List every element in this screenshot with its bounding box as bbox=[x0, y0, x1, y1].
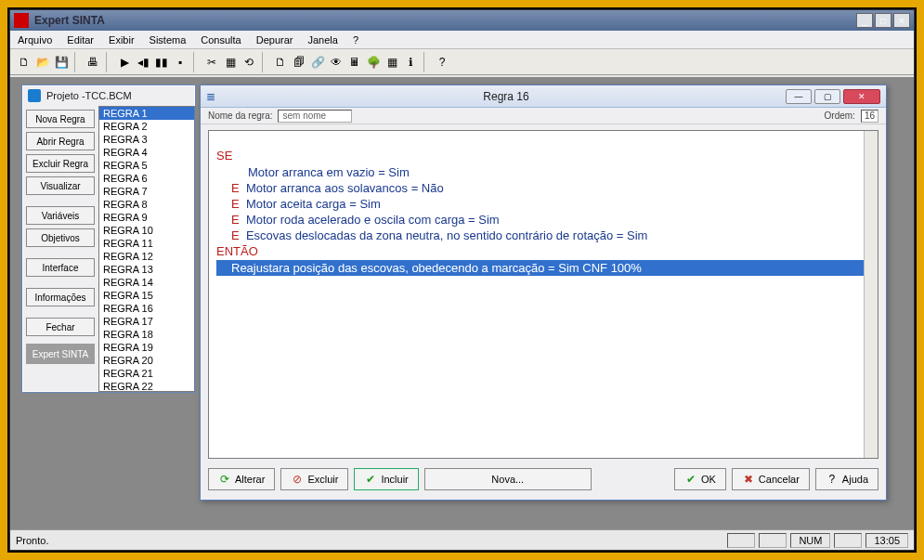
doc2-icon[interactable]: 🗐 bbox=[291, 54, 307, 71]
rule-window-title: Regra 16 bbox=[227, 90, 786, 103]
rule-list-item[interactable]: REGRA 20 bbox=[99, 354, 194, 367]
objetivos-button[interactable]: Objetivos bbox=[26, 228, 95, 247]
menu-help[interactable]: ? bbox=[353, 34, 358, 46]
rule-list-item[interactable]: REGRA 11 bbox=[99, 237, 194, 250]
menu-arquivo[interactable]: Arquivo bbox=[18, 34, 52, 46]
maximize-button[interactable]: □ bbox=[875, 13, 891, 28]
pause-icon[interactable]: ▮▮ bbox=[153, 54, 170, 71]
rule-name-input[interactable]: sem nome bbox=[278, 110, 352, 123]
cancelar-button[interactable]: ✖Cancelar bbox=[732, 468, 810, 490]
nova-button[interactable]: Nova... bbox=[424, 468, 592, 490]
rule-list-item[interactable]: REGRA 16 bbox=[99, 302, 194, 315]
rule-list-item[interactable]: REGRA 17 bbox=[99, 315, 194, 328]
tree-icon[interactable]: 🌳 bbox=[365, 54, 382, 71]
doc1-icon[interactable]: 🗋 bbox=[272, 54, 289, 71]
kw-se: SE bbox=[216, 149, 232, 163]
menu-depurar[interactable]: Depurar bbox=[256, 34, 293, 46]
eye-icon[interactable]: 👁 bbox=[328, 54, 345, 71]
tool2-icon[interactable]: ▦ bbox=[222, 54, 239, 71]
cond-4: Motor roda acelerado e oscila com carga … bbox=[246, 213, 500, 227]
open-icon[interactable]: 📂 bbox=[34, 54, 51, 71]
rule-list-item[interactable]: REGRA 19 bbox=[99, 341, 194, 354]
rule-list-item[interactable]: REGRA 4 bbox=[99, 146, 194, 159]
rule-list-item[interactable]: REGRA 22 bbox=[99, 380, 194, 392]
help-icon[interactable]: ? bbox=[434, 54, 450, 71]
rule-order-label: Ordem: bbox=[825, 111, 855, 121]
abrir-regra-button[interactable]: Abrir Regra bbox=[26, 132, 95, 150]
new-icon[interactable]: 🗋 bbox=[16, 54, 33, 71]
rule-minimize-button[interactable]: — bbox=[786, 89, 812, 104]
menu-janela[interactable]: Janela bbox=[307, 34, 337, 46]
rule-list-item[interactable]: REGRA 6 bbox=[99, 172, 194, 185]
menu-editar[interactable]: Editar bbox=[67, 34, 94, 46]
minimize-button[interactable]: _ bbox=[856, 13, 873, 28]
cond-1: Motor arranca em vazio = Sim bbox=[216, 164, 870, 180]
ok-button[interactable]: ✔OK bbox=[674, 468, 726, 490]
menu-consulta[interactable]: Consulta bbox=[201, 34, 241, 46]
variaveis-button[interactable]: Variáveis bbox=[26, 206, 95, 225]
rule-list[interactable]: REGRA 1REGRA 2REGRA 3REGRA 4REGRA 5REGRA… bbox=[98, 106, 195, 392]
kw-entao: ENTÃO bbox=[216, 244, 258, 258]
informacoes-button[interactable]: Informações bbox=[26, 288, 95, 306]
refresh-icon: ⟳ bbox=[218, 473, 231, 486]
cancel-icon: ✖ bbox=[742, 473, 755, 486]
rule-list-item[interactable]: REGRA 1 bbox=[99, 107, 194, 120]
help-small-icon: ? bbox=[826, 473, 839, 486]
link-icon[interactable]: 🔗 bbox=[309, 54, 326, 71]
rule-list-item[interactable]: REGRA 15 bbox=[99, 289, 194, 302]
rule-list-item[interactable]: REGRA 2 bbox=[99, 120, 194, 133]
status-time: 13:05 bbox=[865, 533, 908, 548]
rule-close-button[interactable]: ✕ bbox=[843, 89, 880, 104]
print-icon[interactable]: 🖶 bbox=[85, 54, 101, 71]
fechar-button[interactable]: Fechar bbox=[26, 318, 95, 336]
menu-exibir[interactable]: Exibir bbox=[109, 34, 135, 46]
rule-maximize-button[interactable]: ▢ bbox=[814, 89, 840, 104]
cond-3: Motor aceita carga = Sim bbox=[246, 197, 381, 211]
expert-sinta-button[interactable]: Expert SINTA bbox=[26, 344, 95, 364]
calc-icon[interactable]: 🖩 bbox=[346, 54, 363, 71]
excluir-regra-button[interactable]: Excluir Regra bbox=[26, 154, 95, 173]
rule-list-item[interactable]: REGRA 12 bbox=[99, 250, 194, 263]
rule-list-item[interactable]: REGRA 8 bbox=[99, 198, 194, 211]
info-icon[interactable]: ℹ bbox=[402, 54, 419, 71]
step-back-icon[interactable]: ◂▮ bbox=[135, 54, 151, 71]
main-window: Expert SINTA _ □ × Arquivo Editar Exibir… bbox=[9, 9, 915, 551]
rule-list-item[interactable]: REGRA 7 bbox=[99, 185, 194, 198]
rule-list-item[interactable]: REGRA 13 bbox=[99, 263, 194, 276]
menubar: Arquivo Editar Exibir Sistema Consulta D… bbox=[10, 31, 914, 49]
tool3-icon[interactable]: ⟲ bbox=[241, 54, 257, 71]
cond-5: Escovas deslocadas da zona neutra, no se… bbox=[246, 228, 648, 242]
ajuda-button[interactable]: ?Ajuda bbox=[815, 468, 878, 490]
project-panel: Projeto -TCC.BCM Nova Regra Abrir Regra … bbox=[21, 85, 196, 393]
save-icon[interactable]: 💾 bbox=[53, 54, 70, 71]
rule-list-item[interactable]: REGRA 10 bbox=[99, 224, 194, 237]
rule-content[interactable]: SE Motor arranca em vazio = Sim E Motor … bbox=[208, 130, 878, 459]
rule-list-item[interactable]: REGRA 14 bbox=[99, 276, 194, 289]
ok-icon: ✔ bbox=[684, 473, 697, 486]
tool1-icon[interactable]: ✂ bbox=[203, 54, 220, 71]
rule-list-item[interactable]: REGRA 3 bbox=[99, 133, 194, 146]
statusbar: Pronto. NUM 13:05 bbox=[10, 529, 914, 550]
incluir-button[interactable]: ✔Incluir bbox=[354, 468, 418, 490]
app-title: Expert SINTA bbox=[34, 14, 856, 27]
rule-list-item[interactable]: REGRA 9 bbox=[99, 211, 194, 224]
rule-list-item[interactable]: REGRA 18 bbox=[99, 328, 194, 341]
cond-2: Motor arranca aos solavancos = Não bbox=[246, 181, 444, 195]
rule-list-item[interactable]: REGRA 5 bbox=[99, 159, 194, 172]
visualizar-button[interactable]: Visualizar bbox=[26, 176, 95, 195]
nova-regra-button[interactable]: Nova Regra bbox=[26, 110, 95, 128]
stop-icon[interactable]: ▪ bbox=[172, 54, 189, 71]
close-button[interactable]: × bbox=[893, 13, 910, 28]
grid-icon[interactable]: ▦ bbox=[384, 54, 400, 71]
interface-button[interactable]: Interface bbox=[26, 258, 95, 277]
conclusion-selected[interactable]: Reajustara posição das escovas, obedecen… bbox=[216, 260, 870, 276]
excluir-button[interactable]: ⊘Excluir bbox=[280, 468, 348, 490]
play-icon[interactable]: ▶ bbox=[116, 54, 133, 71]
no-icon: ⊘ bbox=[291, 473, 304, 486]
alterar-button[interactable]: ⟳Alterar bbox=[208, 468, 275, 490]
rule-list-item[interactable]: REGRA 21 bbox=[99, 367, 194, 380]
rule-order-value[interactable]: 16 bbox=[861, 110, 878, 123]
menu-sistema[interactable]: Sistema bbox=[150, 34, 187, 46]
status-cell-1 bbox=[727, 533, 755, 548]
rule-scrollbar[interactable] bbox=[864, 131, 878, 458]
